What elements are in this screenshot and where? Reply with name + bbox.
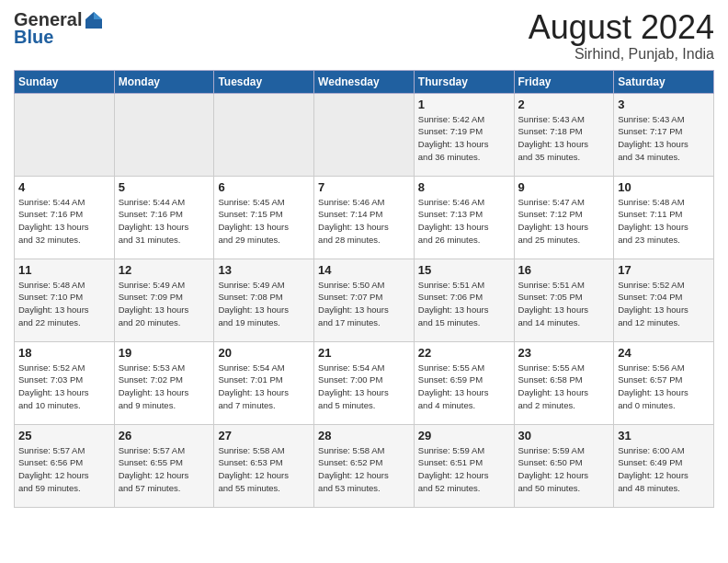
day-info: Sunrise: 5:46 AM Sunset: 7:13 PM Dayligh… <box>418 196 510 247</box>
calendar-cell: 10Sunrise: 5:48 AM Sunset: 7:11 PM Dayli… <box>614 176 714 259</box>
calendar-body: 1Sunrise: 5:42 AM Sunset: 7:19 PM Daylig… <box>15 93 714 507</box>
calendar-week-row: 11Sunrise: 5:48 AM Sunset: 7:10 PM Dayli… <box>15 259 714 341</box>
day-info: Sunrise: 5:57 AM Sunset: 6:55 PM Dayligh… <box>119 444 210 495</box>
day-info: Sunrise: 5:47 AM Sunset: 7:12 PM Dayligh… <box>518 196 610 247</box>
calendar-cell: 1Sunrise: 5:42 AM Sunset: 7:19 PM Daylig… <box>414 93 514 176</box>
day-number: 3 <box>618 98 710 111</box>
day-number: 20 <box>218 346 310 360</box>
day-info: Sunrise: 5:45 AM Sunset: 7:15 PM Dayligh… <box>218 196 310 247</box>
calendar-cell: 8Sunrise: 5:46 AM Sunset: 7:13 PM Daylig… <box>414 176 514 259</box>
day-info: Sunrise: 5:43 AM Sunset: 7:18 PM Dayligh… <box>518 113 610 164</box>
day-number: 12 <box>119 263 210 277</box>
header-wednesday: Wednesday <box>314 70 415 93</box>
day-info: Sunrise: 5:53 AM Sunset: 7:02 PM Dayligh… <box>119 362 210 412</box>
day-number: 7 <box>318 180 410 194</box>
day-number: 4 <box>18 180 110 194</box>
calendar-cell: 16Sunrise: 5:51 AM Sunset: 7:05 PM Dayli… <box>514 259 614 341</box>
day-info: Sunrise: 5:49 AM Sunset: 7:08 PM Dayligh… <box>218 279 310 329</box>
day-info: Sunrise: 5:48 AM Sunset: 7:10 PM Dayligh… <box>18 279 110 329</box>
calendar-cell: 7Sunrise: 5:46 AM Sunset: 7:14 PM Daylig… <box>314 176 415 259</box>
calendar-cell: 9Sunrise: 5:47 AM Sunset: 7:12 PM Daylig… <box>514 176 614 259</box>
calendar-cell: 23Sunrise: 5:55 AM Sunset: 6:58 PM Dayli… <box>514 341 614 424</box>
day-number: 21 <box>318 346 410 360</box>
calendar-cell: 22Sunrise: 5:55 AM Sunset: 6:59 PM Dayli… <box>414 341 514 424</box>
calendar-cell: 6Sunrise: 5:45 AM Sunset: 7:15 PM Daylig… <box>214 176 314 259</box>
calendar-cell: 2Sunrise: 5:43 AM Sunset: 7:18 PM Daylig… <box>514 93 614 176</box>
header-thursday: Thursday <box>414 70 514 93</box>
day-number: 28 <box>318 429 410 442</box>
calendar-cell: 13Sunrise: 5:49 AM Sunset: 7:08 PM Dayli… <box>214 259 314 341</box>
day-number: 16 <box>518 263 610 277</box>
title-block: August 2024 Sirhind, Punjab, India <box>529 9 714 63</box>
calendar-cell: 29Sunrise: 5:59 AM Sunset: 6:51 PM Dayli… <box>414 424 514 507</box>
day-info: Sunrise: 5:55 AM Sunset: 6:59 PM Dayligh… <box>418 362 510 412</box>
calendar-cell: 26Sunrise: 5:57 AM Sunset: 6:55 PM Dayli… <box>114 424 214 507</box>
logo: General Blue <box>14 9 104 48</box>
calendar-cell: 27Sunrise: 5:58 AM Sunset: 6:53 PM Dayli… <box>214 424 314 507</box>
day-number: 31 <box>618 429 710 442</box>
calendar-cell: 25Sunrise: 5:57 AM Sunset: 6:56 PM Dayli… <box>15 424 115 507</box>
calendar-cell: 19Sunrise: 5:53 AM Sunset: 7:02 PM Dayli… <box>114 341 214 424</box>
day-info: Sunrise: 5:59 AM Sunset: 6:50 PM Dayligh… <box>518 444 610 495</box>
calendar-cell <box>15 93 115 176</box>
day-number: 6 <box>218 180 310 194</box>
calendar-week-row: 1Sunrise: 5:42 AM Sunset: 7:19 PM Daylig… <box>15 93 714 176</box>
header-monday: Monday <box>114 70 214 93</box>
calendar-cell: 24Sunrise: 5:56 AM Sunset: 6:57 PM Dayli… <box>614 341 714 424</box>
day-number: 15 <box>418 263 510 277</box>
day-info: Sunrise: 5:50 AM Sunset: 7:07 PM Dayligh… <box>318 279 410 329</box>
header-tuesday: Tuesday <box>214 70 314 93</box>
calendar-table: Sunday Monday Tuesday Wednesday Thursday… <box>14 70 714 508</box>
calendar-cell: 5Sunrise: 5:44 AM Sunset: 7:16 PM Daylig… <box>114 176 214 259</box>
day-info: Sunrise: 5:56 AM Sunset: 6:57 PM Dayligh… <box>618 362 710 412</box>
day-info: Sunrise: 5:46 AM Sunset: 7:14 PM Dayligh… <box>318 196 410 247</box>
header-sunday: Sunday <box>15 70 115 93</box>
day-info: Sunrise: 5:54 AM Sunset: 7:00 PM Dayligh… <box>318 362 410 412</box>
day-info: Sunrise: 5:49 AM Sunset: 7:09 PM Dayligh… <box>119 279 210 329</box>
day-info: Sunrise: 5:59 AM Sunset: 6:51 PM Dayligh… <box>418 444 510 495</box>
day-info: Sunrise: 5:44 AM Sunset: 7:16 PM Dayligh… <box>119 196 210 247</box>
calendar-cell: 31Sunrise: 6:00 AM Sunset: 6:49 PM Dayli… <box>614 424 714 507</box>
day-number: 13 <box>218 263 310 277</box>
calendar-cell: 12Sunrise: 5:49 AM Sunset: 7:09 PM Dayli… <box>114 259 214 341</box>
day-info: Sunrise: 5:42 AM Sunset: 7:19 PM Dayligh… <box>418 113 510 164</box>
day-info: Sunrise: 5:55 AM Sunset: 6:58 PM Dayligh… <box>518 362 610 412</box>
svg-marker-1 <box>94 12 102 19</box>
day-info: Sunrise: 5:48 AM Sunset: 7:11 PM Dayligh… <box>618 196 710 247</box>
day-number: 24 <box>618 346 710 360</box>
page-header: General Blue August 2024 Sirhind, Punjab… <box>14 9 714 63</box>
month-title: August 2024 <box>529 9 714 46</box>
day-number: 25 <box>18 429 110 442</box>
day-number: 30 <box>518 429 610 442</box>
day-number: 2 <box>518 98 610 111</box>
day-number: 8 <box>418 180 510 194</box>
day-number: 5 <box>119 180 210 194</box>
day-info: Sunrise: 5:54 AM Sunset: 7:01 PM Dayligh… <box>218 362 310 412</box>
day-info: Sunrise: 5:57 AM Sunset: 6:56 PM Dayligh… <box>18 444 110 495</box>
day-info: Sunrise: 5:51 AM Sunset: 7:05 PM Dayligh… <box>518 279 610 329</box>
day-info: Sunrise: 5:58 AM Sunset: 6:53 PM Dayligh… <box>218 444 310 495</box>
calendar-cell: 3Sunrise: 5:43 AM Sunset: 7:17 PM Daylig… <box>614 93 714 176</box>
day-info: Sunrise: 5:43 AM Sunset: 7:17 PM Dayligh… <box>618 113 710 164</box>
calendar-cell: 20Sunrise: 5:54 AM Sunset: 7:01 PM Dayli… <box>214 341 314 424</box>
day-info: Sunrise: 5:52 AM Sunset: 7:04 PM Dayligh… <box>618 279 710 329</box>
day-number: 10 <box>618 180 710 194</box>
day-number: 18 <box>18 346 110 360</box>
calendar-cell: 21Sunrise: 5:54 AM Sunset: 7:00 PM Dayli… <box>314 341 415 424</box>
day-number: 26 <box>119 429 210 442</box>
calendar-cell: 15Sunrise: 5:51 AM Sunset: 7:06 PM Dayli… <box>414 259 514 341</box>
calendar-header: Sunday Monday Tuesday Wednesday Thursday… <box>15 70 714 93</box>
calendar-cell: 18Sunrise: 5:52 AM Sunset: 7:03 PM Dayli… <box>15 341 115 424</box>
logo-blue-text: Blue <box>14 27 53 47</box>
day-number: 14 <box>318 263 410 277</box>
day-number: 1 <box>418 98 510 111</box>
day-info: Sunrise: 5:58 AM Sunset: 6:52 PM Dayligh… <box>318 444 410 495</box>
day-info: Sunrise: 5:51 AM Sunset: 7:06 PM Dayligh… <box>418 279 510 329</box>
day-number: 17 <box>618 263 710 277</box>
day-info: Sunrise: 5:52 AM Sunset: 7:03 PM Dayligh… <box>18 362 110 412</box>
location-subtitle: Sirhind, Punjab, India <box>529 46 714 63</box>
calendar-cell: 30Sunrise: 5:59 AM Sunset: 6:50 PM Dayli… <box>514 424 614 507</box>
calendar-week-row: 25Sunrise: 5:57 AM Sunset: 6:56 PM Dayli… <box>15 424 714 507</box>
weekday-header-row: Sunday Monday Tuesday Wednesday Thursday… <box>15 70 714 93</box>
logo-icon <box>84 10 104 30</box>
